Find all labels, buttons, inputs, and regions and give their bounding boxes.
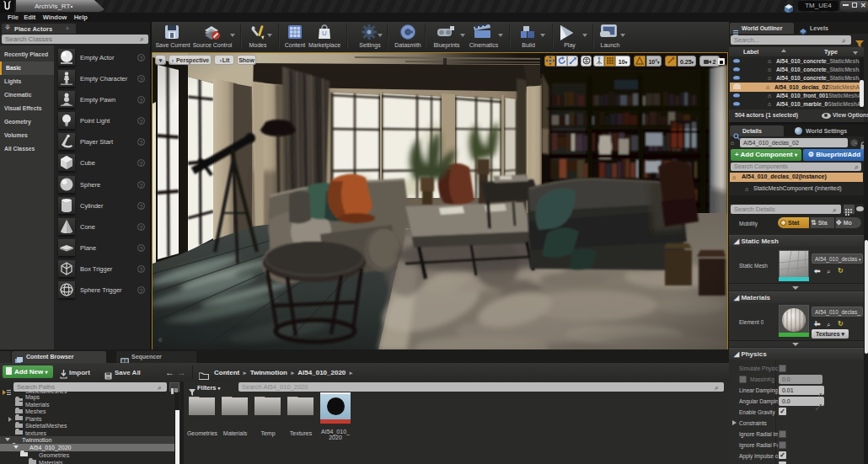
svg-text:U: U	[322, 29, 327, 37]
